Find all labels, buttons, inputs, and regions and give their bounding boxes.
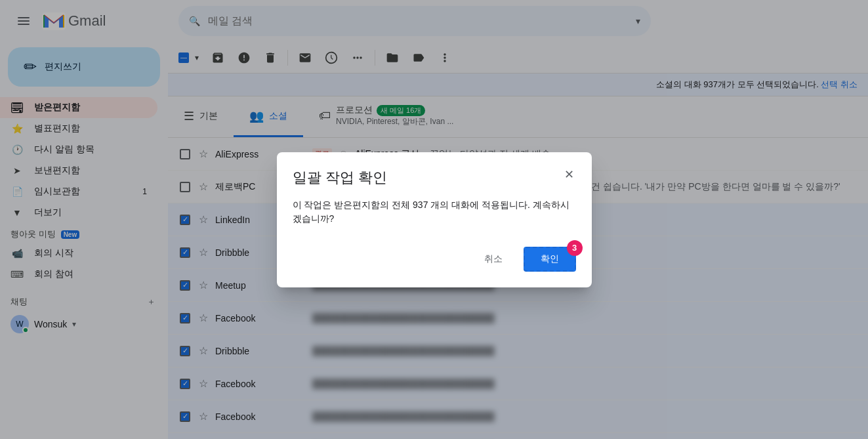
bulk-action-modal: 일괄 작업 확인 ✕ 이 작업은 받은편지함의 전체 937 개의 대화에 적용… — [277, 152, 592, 287]
modal-close-button[interactable]: ✕ — [558, 163, 581, 186]
confirm-label: 확인 — [541, 253, 559, 264]
modal-confirm-button[interactable]: 확인 3 — [524, 247, 576, 272]
modal-cancel-button[interactable]: 취소 — [468, 247, 518, 272]
modal-body: 이 작업은 받은편지함의 전체 937 개의 대화에 적용됩니다. 계속하시겠습… — [293, 198, 576, 226]
modal-actions: 취소 확인 3 — [293, 247, 576, 272]
confirm-badge: 3 — [567, 240, 583, 256]
modal-overlay: 일괄 작업 확인 ✕ 이 작업은 받은편지함의 전체 937 개의 대화에 적용… — [0, 0, 868, 439]
modal-title: 일괄 작업 확인 — [293, 168, 576, 188]
